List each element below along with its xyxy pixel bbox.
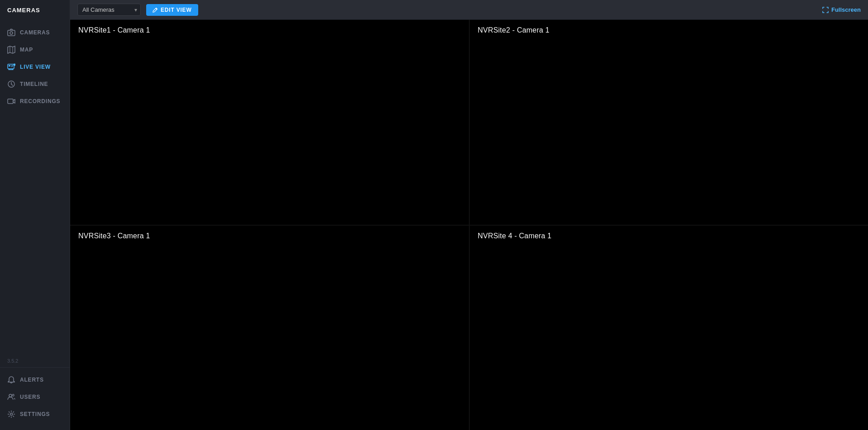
fullscreen-button[interactable]: Fullscreen	[822, 6, 861, 13]
camera-cell-2[interactable]: NVRSite2 - Camera 1	[470, 20, 868, 225]
svg-marker-16	[13, 99, 15, 103]
map-icon	[7, 46, 15, 54]
bell-icon	[7, 376, 15, 384]
camera-label-4: NVRSite 4 - Camera 1	[478, 232, 552, 240]
edit-view-button[interactable]: EDIT VIEW	[146, 4, 198, 16]
sidebar-version: 3.5.2	[0, 354, 70, 367]
edit-icon	[153, 7, 158, 13]
svg-rect-15	[8, 99, 13, 104]
settings-icon	[7, 410, 15, 418]
edit-view-label: EDIT VIEW	[161, 7, 192, 13]
svg-point-17	[9, 394, 12, 397]
camera-icon	[7, 28, 15, 37]
sidebar-item-cameras[interactable]: CAMERAS	[0, 24, 70, 41]
camera-cell-4[interactable]: NVRSite 4 - Camera 1	[470, 226, 868, 430]
sidebar-item-recordings[interactable]: RECORDINGS	[0, 93, 70, 110]
sidebar-item-users[interactable]: USERS	[0, 388, 70, 406]
svg-rect-0	[8, 30, 15, 36]
sidebar-item-map[interactable]: MAP	[0, 41, 70, 58]
sidebar-item-settings[interactable]: SETTINGS	[0, 406, 70, 423]
sidebar-item-timeline[interactable]: TIMELINE	[0, 76, 70, 93]
fullscreen-icon	[822, 7, 829, 13]
sidebar-item-timeline-label: TIMELINE	[20, 81, 48, 87]
sidebar-item-cameras-label: CAMERAS	[20, 29, 50, 36]
sidebar-item-live-view[interactable]: LIVE VIEW	[0, 58, 70, 76]
svg-rect-4	[8, 64, 14, 69]
sidebar-title: CAMERAS	[7, 7, 40, 14]
camera-cell-3[interactable]: NVRSite3 - Camera 1	[70, 226, 469, 430]
sidebar: CAMERAS CAMERAS MAP	[0, 0, 70, 430]
svg-point-18	[12, 394, 14, 396]
camera-select[interactable]: All Cameras	[77, 4, 141, 16]
sidebar-header: CAMERAS	[0, 0, 70, 20]
sidebar-item-recordings-label: RECORDINGS	[20, 98, 60, 104]
camera-label-2: NVRSite2 - Camera 1	[478, 26, 550, 34]
svg-rect-6	[11, 65, 13, 66]
camera-label-1: NVRSite1 - Camera 1	[78, 26, 150, 34]
sidebar-item-alerts[interactable]: ALERTS	[0, 371, 70, 388]
sidebar-item-live-view-label: LIVE VIEW	[20, 64, 51, 70]
recordings-icon	[7, 97, 15, 105]
toolbar: All Cameras EDIT VIEW Fullscreen	[70, 0, 868, 20]
camera-grid: NVRSite1 - Camera 1 NVRSite2 - Camera 1 …	[70, 20, 868, 430]
sidebar-item-users-label: USERS	[20, 394, 40, 400]
sidebar-nav: CAMERAS MAP	[0, 20, 70, 354]
sidebar-bottom: ALERTS USERS SETTINGS	[0, 367, 70, 430]
svg-point-1	[10, 32, 13, 34]
svg-point-11	[14, 64, 16, 66]
camera-select-wrapper[interactable]: All Cameras	[77, 4, 141, 16]
camera-label-3: NVRSite3 - Camera 1	[78, 232, 150, 240]
fullscreen-label: Fullscreen	[831, 6, 861, 13]
sidebar-item-map-label: MAP	[20, 47, 33, 53]
live-view-icon	[7, 63, 15, 71]
users-icon	[7, 393, 15, 401]
svg-rect-5	[9, 65, 10, 66]
svg-rect-7	[11, 66, 13, 67]
svg-line-14	[11, 84, 13, 85]
main-content: All Cameras EDIT VIEW Fullscreen NVRSite…	[70, 0, 868, 430]
camera-cell-1[interactable]: NVRSite1 - Camera 1	[70, 20, 469, 225]
sidebar-item-settings-label: SETTINGS	[20, 411, 50, 417]
svg-point-19	[10, 413, 13, 416]
timeline-icon	[7, 80, 15, 88]
sidebar-item-alerts-label: ALERTS	[20, 377, 44, 383]
